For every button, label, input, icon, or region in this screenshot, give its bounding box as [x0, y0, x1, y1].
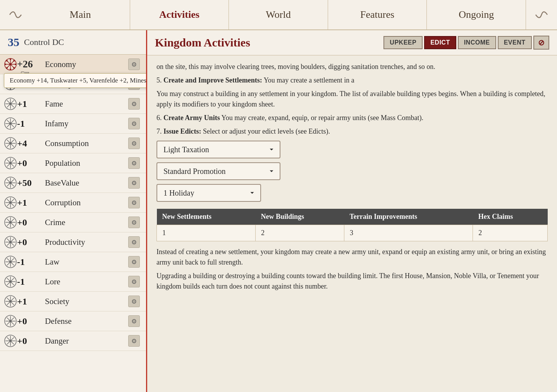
stat-label-economy: Economy: [45, 60, 128, 69]
content-building: You may construct a building in any sett…: [156, 89, 548, 110]
stat-row-productivity[interactable]: +0 Productivity ⚙: [0, 232, 146, 252]
stat-value-basevalue: +50: [17, 178, 45, 188]
footer-text-1: Instead of creating a new settlement, yo…: [156, 247, 548, 268]
content-area: Kingdom Activities UPKEEP EDICT INCOME E…: [147, 30, 557, 392]
stat-gear-infamy[interactable]: ⚙: [128, 118, 140, 129]
stat-row-fame[interactable]: +1 Fame ⚙: [0, 94, 146, 114]
intro-text: on the site, this may involve clearing t…: [156, 62, 548, 72]
header-buttons: UPKEEP EDICT INCOME EVENT ⊘: [383, 36, 549, 50]
stat-gear-crime[interactable]: ⚙: [128, 217, 140, 228]
stat-value-danger: +0: [17, 336, 45, 346]
stat-gear-law[interactable]: ⚙: [128, 256, 140, 268]
svg-point-19: [9, 122, 12, 125]
stat-icon-population: [4, 156, 17, 170]
edict-button[interactable]: EDICT: [424, 36, 456, 49]
event-button[interactable]: EVENT: [498, 36, 532, 49]
sidebar: 35 Control DC +26 Economy ⚙ ☞: [0, 30, 147, 392]
stat-label-lore: Lore: [45, 277, 128, 287]
stat-row-society[interactable]: +1 Society ⚙: [0, 292, 146, 311]
tab-world[interactable]: World: [229, 0, 328, 29]
svg-point-2: [10, 58, 11, 60]
stat-value-productivity: +0: [17, 237, 45, 248]
control-dc-label: Control DC: [24, 37, 64, 47]
stat-row-economy[interactable]: +26 Economy ⚙ ☞ Economy +14, Tuskwater +…: [0, 55, 146, 74]
cell-hex-claims: 2: [473, 225, 548, 241]
promotion-dropdown-row: Standard Promotion No Promotion Token Pr…: [156, 162, 548, 180]
stat-row-danger[interactable]: +0 Danger ⚙: [0, 331, 146, 351]
stat-value-infamy: -1: [17, 119, 45, 129]
svg-point-4: [5, 64, 6, 65]
stat-gear-society[interactable]: ⚙: [128, 296, 140, 307]
stat-gear-population[interactable]: ⚙: [128, 157, 140, 169]
svg-point-31: [9, 241, 12, 243]
stop-button[interactable]: ⊘: [533, 36, 550, 50]
stat-icon-society: [4, 295, 17, 308]
stat-row-population[interactable]: +0 Population ⚙: [0, 153, 146, 173]
tooltip-economy: Economy +14, Tuskwater +5, Varenfelde +2…: [4, 73, 147, 88]
stat-label-law: Law: [45, 257, 128, 267]
taxation-select[interactable]: Light Taxation No Taxation Normal Taxati…: [156, 141, 280, 158]
stat-value-law: -1: [17, 257, 45, 267]
stat-gear-productivity[interactable]: ⚙: [128, 236, 140, 248]
col-new-settlements: New Settlements: [157, 209, 256, 225]
stat-gear-consumption[interactable]: ⚙: [128, 138, 140, 149]
svg-point-1: [9, 63, 12, 65]
holiday-select[interactable]: 1 Holiday 0 Holidays 6 Holidays 12 Holid…: [156, 184, 261, 202]
stat-label-fame: Fame: [45, 99, 128, 109]
income-button[interactable]: INCOME: [458, 36, 496, 49]
svg-point-27: [9, 201, 12, 204]
stat-row-law[interactable]: -1 Law ⚙: [0, 252, 146, 272]
content-body: on the site, this may involve clearing t…: [147, 55, 557, 392]
stat-gear-defense[interactable]: ⚙: [128, 315, 140, 327]
svg-point-17: [9, 103, 12, 105]
stat-label-defense: Defense: [45, 316, 128, 326]
svg-point-37: [9, 300, 12, 303]
stat-icon-consumption: [4, 137, 17, 150]
stat-icon-defense: [4, 315, 17, 328]
stat-value-economy: +26: [17, 58, 45, 70]
cell-new-buildings: 2: [256, 225, 344, 241]
stat-row-crime[interactable]: +0 Crime ⚙: [0, 213, 146, 232]
content-item-6: 6. Create Army Units You may create, exp…: [156, 113, 548, 123]
stat-gear-lore[interactable]: ⚙: [128, 276, 140, 287]
stat-value-society: +1: [17, 296, 45, 307]
stat-row-consumption[interactable]: +4 Consumption ⚙: [0, 134, 146, 153]
nav-decoration-left: [0, 5, 31, 24]
stat-gear-economy[interactable]: ⚙: [128, 58, 140, 70]
svg-point-13: [10, 88, 11, 90]
taxation-dropdown-row: Light Taxation No Taxation Normal Taxati…: [156, 141, 548, 158]
stat-gear-danger[interactable]: ⚙: [128, 335, 140, 347]
svg-point-25: [9, 182, 12, 184]
stat-value-corruption: +1: [17, 198, 45, 208]
stat-value-crime: +0: [17, 217, 45, 228]
stat-value-defense: +0: [17, 316, 45, 327]
tab-features[interactable]: Features: [328, 0, 427, 29]
content-header: Kingdom Activities UPKEEP EDICT INCOME E…: [147, 30, 557, 55]
stat-label-consumption: Consumption: [45, 139, 128, 148]
svg-point-8: [13, 60, 15, 62]
svg-point-7: [13, 67, 15, 69]
stat-row-corruption[interactable]: +1 Corruption ⚙: [0, 193, 146, 213]
stat-row-defense[interactable]: +0 Defense ⚙: [0, 311, 146, 331]
stat-value-lore: -1: [17, 277, 45, 287]
tab-activities[interactable]: Activities: [130, 0, 229, 29]
nav-tabs: Main Activities World Features Ongoing: [31, 0, 526, 29]
svg-point-9: [6, 67, 8, 69]
stat-icon-crime: [4, 216, 17, 229]
stat-row-lore[interactable]: -1 Lore ⚙: [0, 272, 146, 292]
stat-row-basevalue[interactable]: +50 BaseValue ⚙: [0, 173, 146, 193]
tab-main[interactable]: Main: [31, 0, 130, 29]
footer-text-2: Upgrading a building or destroying a bui…: [156, 271, 548, 292]
stat-icon-corruption: [4, 196, 17, 209]
stat-gear-basevalue[interactable]: ⚙: [128, 177, 140, 189]
upkeep-button[interactable]: UPKEEP: [383, 36, 423, 49]
stat-label-crime: Crime: [45, 218, 128, 227]
svg-point-39: [9, 320, 12, 322]
stat-row-infamy[interactable]: -1 Infamy ⚙: [0, 114, 146, 134]
stat-gear-corruption[interactable]: ⚙: [128, 197, 140, 208]
promotion-select[interactable]: Standard Promotion No Promotion Token Pr…: [156, 162, 280, 180]
col-new-buildings: New Buildings: [256, 209, 344, 225]
stat-value-fame: +1: [17, 99, 45, 109]
stat-gear-fame[interactable]: ⚙: [128, 98, 140, 110]
tab-ongoing[interactable]: Ongoing: [427, 0, 526, 29]
